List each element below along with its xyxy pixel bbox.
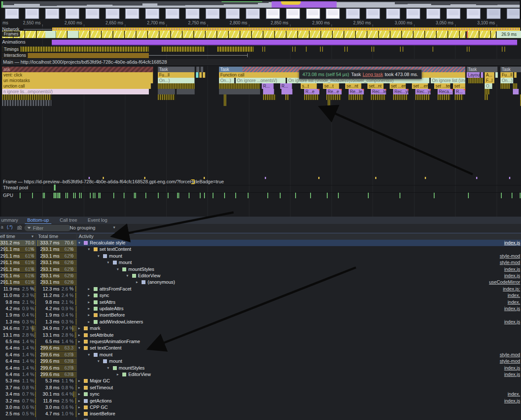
expand-icon[interactable]: ▸ [78,391,80,397]
flame-event[interactable] [196,67,199,72]
collapse-icon[interactable]: ▾ [98,358,100,364]
tab-call-tree[interactable]: Call tree [57,217,80,223]
flame-event[interactable]: ask [2,67,153,72]
table-row[interactable]: 6.4 ms1.4 %299.6 ms63.3 %▾mountstyle-mod [0,352,521,358]
table-row[interactable]: 291.1 ms61.6 %293.1 ms62.0 %▾mountstyle-… [0,259,521,266]
source-link[interactable]: style-mod [500,253,520,259]
activity-label[interactable]: requestAnimationFrame [90,338,140,345]
screenshot-thumbnail[interactable] [467,9,480,19]
table-row[interactable]: 1.3 ms0.3 %1.3 ms0.3 %▸addWindowListener… [0,319,521,325]
screenshot-thumbnail[interactable] [5,9,19,19]
tab-event-log[interactable]: Event log [86,217,110,223]
flame-event[interactable]: On...) [500,78,513,83]
flame-event[interactable] [415,94,430,100]
screenshot-thumbnail[interactable] [25,9,39,19]
activity-label[interactable]: set textContent [90,345,121,351]
collapse-icon[interactable]: ▾ [88,352,90,358]
cpu-overview-minimap[interactable] [1,1,520,8]
activity-label[interactable]: insertBefore [90,411,115,417]
flame-event[interactable] [281,89,293,94]
animations-track-label[interactable]: Animations [2,39,25,44]
flame-event[interactable]: se...t [323,83,339,89]
flame-event[interactable] [468,78,483,83]
flame-event[interactable] [513,83,517,89]
flame-event[interactable] [196,72,198,78]
filter-input[interactable]: Filter [24,225,71,231]
activity-label[interactable]: mountStyles [119,365,145,371]
table-row[interactable]: 2.5 ms0.5 %4.7 ms1.0 %▸insertBefore [0,411,521,417]
activity-label[interactable]: CPP GC [90,404,108,411]
flame-event[interactable] [201,67,203,72]
expand-icon[interactable]: ▸ [78,378,80,384]
expand-icon[interactable]: ▸ [78,404,80,411]
flame-event[interactable] [304,94,319,100]
collapse-icon[interactable]: ▾ [127,273,129,279]
screenshot-thumbnail[interactable] [65,9,79,19]
expand-icon[interactable]: ▸ [78,411,80,417]
flame-event[interactable] [158,94,175,100]
flame-event[interactable]: On ignore ...onents\/) [236,78,286,83]
flame-event[interactable] [326,94,341,100]
flame-event[interactable]: se...nt [345,83,361,89]
time-ruler[interactable]: ms2,550 ms2,600 ms2,650 ms2,700 ms2,750 … [1,19,521,27]
screenshot-thumbnail[interactable] [206,9,219,19]
screenshot-thumbnail[interactable] [186,9,199,19]
table-row[interactable]: ▸ [0,417,521,420]
flame-event[interactable]: set ...ent [412,83,428,89]
flame-event[interactable] [263,94,276,100]
collapse-icon[interactable]: ▾ [107,259,110,266]
activity-label[interactable]: mount [119,259,132,266]
collapse-icon[interactable]: ▾ [78,345,80,351]
flame-event[interactable] [158,89,175,94]
activity-label[interactable]: EditorView [138,273,160,279]
source-link[interactable]: index.js [504,319,520,325]
activity-label[interactable]: addWindowListeners [100,319,143,325]
collapse-icon[interactable]: ▾ [98,253,100,259]
animations-track-bar[interactable] [52,40,517,45]
flame-event[interactable]: R... [455,89,465,94]
tab-bottom-up[interactable]: Bottom-up [25,217,51,224]
source-link[interactable]: style-mod [500,352,520,358]
expand-icon[interactable]: ▸ [78,332,80,338]
expand-icon[interactable]: ▸ [88,305,90,312]
flame-event[interactable]: A... [485,72,494,78]
source-link[interactable]: index. [508,292,520,299]
screenshot-thumbnail[interactable] [507,9,520,19]
flame-event[interactable] [349,94,363,100]
regex-icon[interactable]: (.*) [7,225,12,229]
flame-event[interactable] [513,89,519,94]
flame-event[interactable]: set ...tent [434,83,450,89]
activity-label[interactable]: setAttribute [90,332,114,338]
flame-event[interactable]: R... [262,83,274,89]
flame-event[interactable]: Rec...yle [415,89,431,94]
long-task-link[interactable]: Long task [363,72,383,77]
match-word-icon[interactable]: ab [17,225,22,229]
flame-event[interactable]: Fu...ll [500,72,513,78]
screenshot-thumbnail[interactable] [266,9,280,19]
flame-event[interactable] [224,94,226,100]
flame-event[interactable]: Reca...yle [438,89,453,94]
frames-track-frame[interactable] [468,31,496,38]
table-row[interactable]: 6.4 ms1.4 %299.6 ms63.3 %▾mountStylesind… [0,365,521,371]
activity-label[interactable]: sync [90,391,100,397]
screenshot-thumbnail[interactable] [45,9,59,19]
activity-label[interactable]: mount [109,358,122,364]
activity-label[interactable]: attrsFromFacet [100,286,132,292]
table-row[interactable]: 3.7 ms0.8 %3.8 ms0.8 %▸setTimeout [0,385,521,391]
flame-event[interactable]: set ...ent [390,83,406,89]
column-divider[interactable] [77,233,77,420]
flame-event[interactable]: Rec...le [371,89,386,94]
expand-icon[interactable]: ▸ [88,312,90,318]
activity-label[interactable]: setAttrs [100,299,115,305]
flame-event[interactable] [285,94,289,100]
screenshot-thumbnail[interactable] [346,9,360,19]
source-link[interactable]: style-mod [500,358,520,364]
col-activity[interactable]: Activity [79,234,94,239]
flame-event[interactable]: Re...le [349,89,364,94]
flame-event[interactable] [219,83,260,89]
source-link[interactable]: style-mod [500,259,520,266]
grouping-caret-icon[interactable]: ▼ [112,226,116,229]
table-row[interactable]: 6.5 ms1.4 %6.5 ms1.4 %▸requestAnimationF… [0,338,521,345]
expand-icon[interactable]: ▸ [88,292,90,299]
flame-event[interactable]: F...l [485,78,494,83]
